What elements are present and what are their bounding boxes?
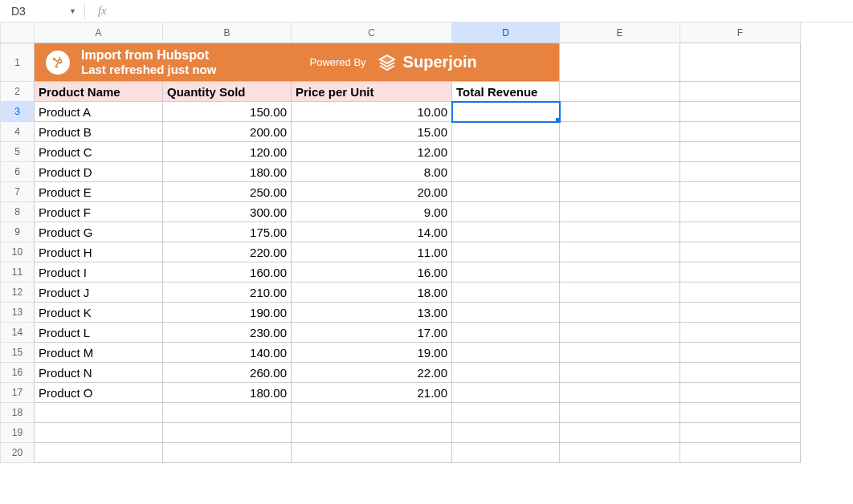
header-product-name[interactable]: Product Name bbox=[35, 82, 163, 102]
cell-d20[interactable] bbox=[452, 443, 560, 463]
cell-c19[interactable] bbox=[292, 423, 452, 443]
cell-b7[interactable]: 250.00 bbox=[163, 182, 292, 202]
cell-f12[interactable] bbox=[680, 282, 801, 303]
select-all-corner[interactable] bbox=[1, 22, 35, 43]
cell-f13[interactable] bbox=[680, 303, 801, 323]
cell-e17[interactable] bbox=[560, 383, 680, 403]
cell-f1[interactable] bbox=[680, 43, 801, 82]
row-head-14[interactable]: 14 bbox=[1, 323, 35, 343]
cell-a14[interactable]: Product L bbox=[35, 323, 163, 343]
row-head-9[interactable]: 9 bbox=[1, 222, 35, 242]
cell-f3[interactable] bbox=[680, 102, 801, 122]
cell-e12[interactable] bbox=[560, 282, 680, 303]
cell-b12[interactable]: 210.00 bbox=[163, 282, 292, 303]
cell-a20[interactable] bbox=[35, 443, 163, 463]
cell-b9[interactable]: 175.00 bbox=[163, 222, 292, 242]
cell-b18[interactable] bbox=[163, 403, 292, 423]
cell-a4[interactable]: Product B bbox=[35, 122, 163, 142]
row-head-5[interactable]: 5 bbox=[1, 142, 35, 162]
col-head-f[interactable]: F bbox=[680, 22, 801, 43]
cell-c18[interactable] bbox=[292, 403, 452, 423]
cell-e14[interactable] bbox=[560, 323, 680, 343]
cell-b13[interactable]: 190.00 bbox=[163, 303, 292, 323]
cell-e11[interactable] bbox=[560, 262, 680, 282]
cell-f20[interactable] bbox=[680, 443, 801, 463]
header-price-per-unit[interactable]: Price per Unit bbox=[292, 82, 452, 102]
cell-b15[interactable]: 140.00 bbox=[163, 343, 292, 363]
cell-e15[interactable] bbox=[560, 343, 680, 363]
cell-a18[interactable] bbox=[35, 403, 163, 423]
cell-c20[interactable] bbox=[292, 443, 452, 463]
col-head-a[interactable]: A bbox=[35, 22, 163, 43]
cell-f18[interactable] bbox=[680, 403, 801, 423]
cell-a3[interactable]: Product A bbox=[35, 102, 163, 122]
header-quantity-sold[interactable]: Quantity Sold bbox=[163, 82, 292, 102]
cell-e9[interactable] bbox=[560, 222, 680, 242]
cell-d10[interactable] bbox=[452, 242, 560, 262]
cell-c5[interactable]: 12.00 bbox=[292, 142, 452, 162]
row-head-7[interactable]: 7 bbox=[1, 182, 35, 202]
cell-a17[interactable]: Product O bbox=[35, 383, 163, 403]
cell-e19[interactable] bbox=[560, 423, 680, 443]
cell-b17[interactable]: 180.00 bbox=[163, 383, 292, 403]
cell-d17[interactable] bbox=[452, 383, 560, 403]
formula-input[interactable] bbox=[116, 0, 853, 22]
col-head-c[interactable]: C bbox=[292, 22, 452, 43]
cell-e2[interactable] bbox=[560, 82, 680, 102]
cell-c16[interactable]: 22.00 bbox=[292, 363, 452, 383]
cell-f16[interactable] bbox=[680, 363, 801, 383]
cell-f2[interactable] bbox=[680, 82, 801, 102]
cell-d18[interactable] bbox=[452, 403, 560, 423]
cell-e10[interactable] bbox=[560, 242, 680, 262]
cell-b4[interactable]: 200.00 bbox=[163, 122, 292, 142]
cell-f6[interactable] bbox=[680, 162, 801, 182]
cell-e20[interactable] bbox=[560, 443, 680, 463]
row-head-10[interactable]: 10 bbox=[1, 242, 35, 262]
cell-e16[interactable] bbox=[560, 363, 680, 383]
header-total-revenue[interactable]: Total Revenue bbox=[452, 82, 560, 102]
cell-c3[interactable]: 10.00 bbox=[292, 102, 452, 122]
cell-c6[interactable]: 8.00 bbox=[292, 162, 452, 182]
row-head-19[interactable]: 19 bbox=[1, 423, 35, 443]
col-head-e[interactable]: E bbox=[560, 22, 680, 43]
cell-c13[interactable]: 13.00 bbox=[292, 303, 452, 323]
cell-c10[interactable]: 11.00 bbox=[292, 242, 452, 262]
cell-d12[interactable] bbox=[452, 282, 560, 303]
cell-a7[interactable]: Product E bbox=[35, 182, 163, 202]
row-head-4[interactable]: 4 bbox=[1, 122, 35, 142]
cell-d9[interactable] bbox=[452, 222, 560, 242]
cell-a5[interactable]: Product C bbox=[35, 142, 163, 162]
col-head-d[interactable]: D bbox=[452, 22, 560, 43]
cell-c17[interactable]: 21.00 bbox=[292, 383, 452, 403]
cell-a16[interactable]: Product N bbox=[35, 363, 163, 383]
cell-b5[interactable]: 120.00 bbox=[163, 142, 292, 162]
cell-f5[interactable] bbox=[680, 142, 801, 162]
row-head-6[interactable]: 6 bbox=[1, 162, 35, 182]
row-head-8[interactable]: 8 bbox=[1, 202, 35, 222]
row-head-16[interactable]: 16 bbox=[1, 363, 35, 383]
cell-f4[interactable] bbox=[680, 122, 801, 142]
cell-f19[interactable] bbox=[680, 423, 801, 443]
cell-d15[interactable] bbox=[452, 343, 560, 363]
cell-d16[interactable] bbox=[452, 363, 560, 383]
cell-f11[interactable] bbox=[680, 262, 801, 282]
row-head-15[interactable]: 15 bbox=[1, 343, 35, 363]
cell-d11[interactable] bbox=[452, 262, 560, 282]
cell-a11[interactable]: Product I bbox=[35, 262, 163, 282]
row-head-11[interactable]: 11 bbox=[1, 262, 35, 282]
cell-banner[interactable]: Import from Hubspot Last refreshed just … bbox=[35, 43, 560, 82]
cell-a6[interactable]: Product D bbox=[35, 162, 163, 182]
cell-c9[interactable]: 14.00 bbox=[292, 222, 452, 242]
name-box[interactable]: D3 bbox=[8, 3, 64, 19]
cell-b16[interactable]: 260.00 bbox=[163, 363, 292, 383]
cell-e18[interactable] bbox=[560, 403, 680, 423]
cell-d14[interactable] bbox=[452, 323, 560, 343]
row-head-17[interactable]: 17 bbox=[1, 383, 35, 403]
cell-b10[interactable]: 220.00 bbox=[163, 242, 292, 262]
cell-c4[interactable]: 15.00 bbox=[292, 122, 452, 142]
cell-b20[interactable] bbox=[163, 443, 292, 463]
cell-f7[interactable] bbox=[680, 182, 801, 202]
cell-c12[interactable]: 18.00 bbox=[292, 282, 452, 303]
cell-e6[interactable] bbox=[560, 162, 680, 182]
cell-c15[interactable]: 19.00 bbox=[292, 343, 452, 363]
